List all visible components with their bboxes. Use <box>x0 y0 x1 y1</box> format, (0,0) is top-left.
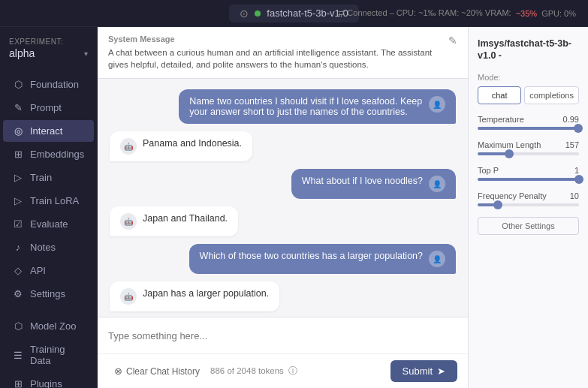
clear-chat-button[interactable]: ⊗ Clear Chat History <box>108 362 206 380</box>
plugins-icon: ⊞ <box>12 378 24 388</box>
mode-completions-button[interactable]: completions <box>524 86 579 104</box>
max-length-slider[interactable] <box>478 152 579 155</box>
freq-penalty-slider[interactable] <box>478 203 579 206</box>
connection-status: ⇄ Connected – CPU: ~1‰ RAM: ~20% VRAM: <box>338 8 511 18</box>
api-icon: ◇ <box>12 265 24 276</box>
other-settings-button[interactable]: Other Settings <box>478 217 579 235</box>
max-length-label: Maximum Length <box>478 140 541 149</box>
sidebar-item-evaluate[interactable]: ☑ Evaluate <box>3 213 94 235</box>
embeddings-icon: ⊞ <box>12 149 24 160</box>
top-p-thumb[interactable] <box>574 175 583 184</box>
sidebar-item-label: Notes <box>30 242 56 253</box>
chat-footer-left: ⊗ Clear Chat History 886 of 2048 tokens … <box>108 362 297 380</box>
foundation-icon: ⬡ <box>12 79 24 90</box>
message-user-3: Which of those two countries has a large… <box>189 244 456 274</box>
sidebar-item-train[interactable]: ▷ Train <box>3 167 94 188</box>
max-length-value: 157 <box>565 140 579 149</box>
info-icon: ⓘ <box>288 366 297 375</box>
chat-input[interactable] <box>108 325 457 346</box>
message-text: Which of those two countries has a large… <box>200 251 423 261</box>
experiment-section: Experiment: alpha ▾ <box>0 33 97 64</box>
sidebar-item-training-data[interactable]: ☰ Training Data <box>3 338 94 371</box>
train-lora-icon: ▷ <box>12 195 24 206</box>
train-icon: ▷ <box>12 172 24 183</box>
temperature-value: 0.99 <box>563 115 579 124</box>
temperature-slider[interactable] <box>478 127 579 130</box>
freq-penalty-value: 10 <box>570 191 579 200</box>
training-data-icon: ☰ <box>12 350 24 361</box>
model-icon: ⊙ <box>240 8 249 20</box>
sidebar-item-label: Evaluate <box>30 218 68 230</box>
experiment-name: alpha <box>9 47 35 59</box>
experiment-label: Experiment: <box>9 38 88 46</box>
model-zoo-icon: ⬡ <box>12 320 24 332</box>
message-text: Panama and Indonesia. <box>143 138 242 149</box>
sidebar-item-label: Settings <box>30 288 65 299</box>
sidebar-item-label: Foundation <box>30 79 79 90</box>
sidebar-item-label: Train <box>30 172 52 183</box>
sidebar-item-label: Interact <box>30 125 62 137</box>
sidebar-item-label: Embeddings <box>30 149 84 160</box>
temperature-param: Temperature 0.99 <box>478 115 579 130</box>
edit-system-message-icon[interactable]: ✎ <box>448 35 457 47</box>
sidebar-item-model-zoo[interactable]: ⬡ Model Zoo <box>3 315 94 337</box>
sidebar-item-foundation[interactable]: ⬡ Foundation <box>3 74 94 95</box>
right-panel: lmsys/fastchat-t5-3b-v1.0 - Mode: chat c… <box>468 27 588 388</box>
sidebar-item-label: Prompt <box>30 102 62 113</box>
mode-buttons: chat completions <box>478 86 579 104</box>
freq-penalty-thumb[interactable] <box>493 200 502 209</box>
sidebar-item-notes[interactable]: ♪ Notes <box>3 236 94 258</box>
main-layout: Experiment: alpha ▾ ⬡ Foundation ✎ Promp… <box>0 27 588 388</box>
system-message-label: System message <box>108 35 442 44</box>
interact-icon: ◎ <box>12 125 24 137</box>
close-icon: ⊗ <box>114 365 122 377</box>
status-dot <box>255 11 261 17</box>
chat-messages: Name two countries I should visit if I l… <box>98 79 468 317</box>
top-p-label: Top P <box>478 166 499 175</box>
sidebar-item-embeddings[interactable]: ⊞ Embeddings <box>3 143 94 165</box>
sidebar-item-interact[interactable]: ◎ Interact <box>3 120 94 142</box>
message-text: Japan has a larger population. <box>143 288 269 299</box>
top-p-param: Top P 1 <box>478 166 579 181</box>
system-message-text: A chat between a curious human and an ar… <box>108 47 442 71</box>
sidebar: Experiment: alpha ▾ ⬡ Foundation ✎ Promp… <box>0 27 98 388</box>
ai-avatar: 🤖 <box>120 288 137 305</box>
ai-avatar: 🤖 <box>120 138 137 155</box>
mode-section: Mode: chat completions <box>478 73 579 104</box>
token-counter: 886 of 2048 tokens ⓘ <box>210 365 297 377</box>
top-p-fill <box>478 178 579 181</box>
message-ai-1: 🤖 Panama and Indonesia. <box>110 131 252 161</box>
top-p-slider[interactable] <box>478 178 579 181</box>
system-message-bar: System message A chat between a curious … <box>98 27 468 79</box>
top-p-value: 1 <box>574 166 579 175</box>
mode-chat-button[interactable]: chat <box>478 86 521 104</box>
user-avatar: 👤 <box>429 251 445 267</box>
experiment-selector[interactable]: alpha ▾ <box>9 46 88 61</box>
send-icon: ➤ <box>437 365 445 377</box>
message-user-1: Name two countries I should visit if I l… <box>179 89 456 124</box>
settings-icon: ⚙ <box>12 288 24 299</box>
freq-penalty-param: Frequency Penalty 10 <box>478 191 579 206</box>
notes-icon: ♪ <box>12 242 24 253</box>
user-avatar: 👤 <box>429 176 445 192</box>
sidebar-item-settings[interactable]: ⚙ Settings <box>3 283 94 305</box>
chat-footer: ⊗ Clear Chat History 886 of 2048 tokens … <box>98 353 468 388</box>
max-length-thumb[interactable] <box>505 149 514 158</box>
temperature-thumb[interactable] <box>574 124 583 133</box>
chevron-down-icon: ▾ <box>84 50 88 58</box>
temperature-fill <box>478 127 578 130</box>
sidebar-item-label: API <box>30 265 46 276</box>
message-text: Japan and Thailand. <box>143 213 228 224</box>
sidebar-item-label: Training Data <box>30 344 85 366</box>
chat-input-area <box>98 317 468 353</box>
sidebar-item-api[interactable]: ◇ API <box>3 260 94 281</box>
message-text: What about if I love noodles? <box>302 176 423 186</box>
ai-avatar: 🤖 <box>120 213 137 230</box>
sidebar-item-prompt[interactable]: ✎ Prompt <box>3 97 94 119</box>
sidebar-item-train-lora[interactable]: ▷ Train LoRA <box>3 190 94 212</box>
sidebar-item-label: Train LoRA <box>30 195 79 206</box>
freq-penalty-label: Frequency Penalty <box>478 191 547 200</box>
message-user-2: What about if I love noodles? 👤 <box>291 169 456 199</box>
submit-button[interactable]: Submit ➤ <box>390 360 457 382</box>
sidebar-item-plugins[interactable]: ⊞ Plugins <box>3 373 94 388</box>
